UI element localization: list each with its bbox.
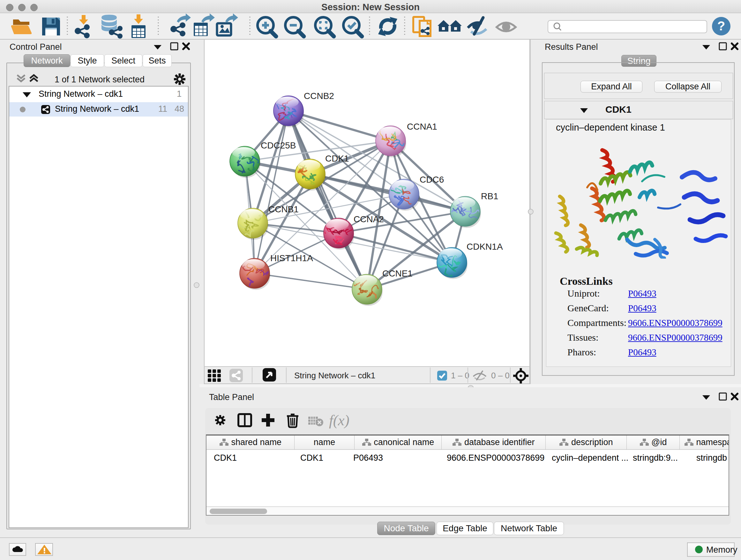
svg-text:RB1: RB1 [481, 191, 498, 201]
svg-text:f(x): f(x) [329, 412, 349, 428]
svg-text:HIST1H1A: HIST1H1A [270, 253, 313, 263]
svg-text:CDK1: CDK1 [325, 153, 349, 164]
svg-text:CDC6: CDC6 [420, 175, 444, 185]
svg-text:CCNA2: CCNA2 [354, 214, 384, 224]
svg-text:CDC25B: CDC25B [261, 140, 296, 150]
svg-text:CDKN1A: CDKN1A [467, 242, 503, 252]
svg-text:CCNA1: CCNA1 [407, 122, 437, 132]
svg-text:CCNB1: CCNB1 [268, 204, 299, 214]
svg-text:CCNE1: CCNE1 [382, 268, 413, 278]
svg-text:CCNB2: CCNB2 [304, 91, 334, 101]
